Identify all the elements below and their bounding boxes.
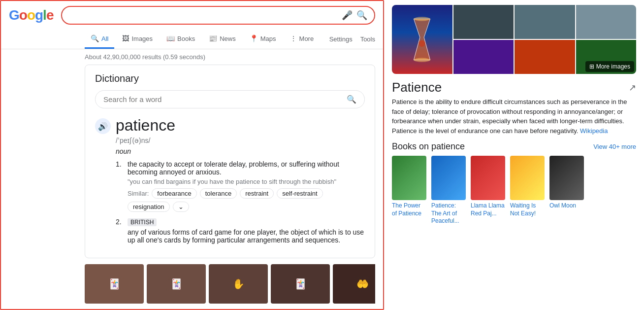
grid-img-1 [392,5,452,74]
search-input[interactable]: Patience [69,11,338,20]
tip-section: Tip patience is sometimes confused with … [85,308,375,310]
dictionary-search-button[interactable]: 🔍 [347,95,356,104]
right-images-grid: ⊞ More images [392,5,636,74]
tab-books[interactable]: 📖 Books [161,30,201,49]
def-example-1: "you can find bargains if you have the p… [128,178,365,185]
images-icon: 🖼 [122,34,129,42]
grid-img-5 [453,40,514,74]
books-title-text: Books on patience [392,141,465,152]
book-item-3[interactable]: Waiting Is Not Easy! [510,156,545,225]
definitions: 1. the capacity to accept or tolerate de… [116,160,365,244]
book-title-3: Waiting Is Not Easy! [510,202,545,217]
main-content: Dictionary 🔍 🔊 patience /ˈpeɪʃ(ə)ns/ nou… [1,65,383,310]
similar-tag-tolerance[interactable]: tolerance [200,188,237,199]
maps-icon: 📍 [250,34,258,42]
tab-books-label: Books [177,35,195,42]
word-entry: 🔊 patience [95,116,365,135]
tab-more-label: More [299,35,314,42]
tab-images-label: Images [131,35,153,42]
grid-img-2 [453,5,514,39]
speaker-icon[interactable]: 🔊 [95,118,111,134]
book-cover-4 [549,156,584,200]
more-images-label: More images [596,63,630,70]
def-number-2: 2. [116,218,124,244]
grid-img-4 [576,5,637,39]
tab-more[interactable]: ⋮ More [284,30,320,49]
tab-news[interactable]: 📰 News [203,30,242,49]
card-image-1: 🃏 [85,264,144,304]
dictionary-title: Dictionary [95,73,365,84]
book-item-2[interactable]: Llama Llama Red Paj... [471,156,505,225]
similar-label: Similar: [128,190,149,197]
all-icon: 🔍 [91,34,99,42]
book-title-1: Patience: The Art of Peaceful... [431,202,466,225]
results-info: About 42,90,00,000 results (0.59 seconds… [1,49,383,65]
view-more-link[interactable]: View 40+ more [593,143,636,150]
card-image-4: 🃏 [271,264,330,304]
settings-link[interactable]: Settings [329,35,353,43]
similar-more-btn[interactable]: ⌄ [173,202,189,212]
svg-point-1 [414,58,430,62]
dictionary-search-box: 🔍 [95,90,365,108]
tab-maps[interactable]: 📍 Maps [244,30,282,49]
card-image-3: ✋ [209,264,268,304]
def-content-1: the capacity to accept or tolerate delay… [128,160,365,212]
grid-img-3 [515,5,575,39]
header: Google Patience 🎤 🔍 [1,1,383,30]
right-title-text: Patience [392,80,442,95]
books-section-title: Books on patience View 40+ more [392,141,636,152]
def-number-1: 1. [116,160,124,212]
def-content-2: BRITISH any of various forms of card gam… [128,218,365,244]
phonetic: /ˈpeɪʃ(ə)ns/ [116,137,365,144]
dictionary-search-input[interactable] [103,95,347,103]
book-title-2: Llama Llama Red Paj... [471,202,505,217]
tab-news-label: News [220,35,236,42]
search-button[interactable]: 🔍 [356,10,367,21]
news-icon: 📰 [209,34,217,42]
book-cover-0 [392,156,426,200]
right-description: Patience is the ability to endure diffic… [392,97,636,136]
right-title: Patience ↗ [392,80,636,95]
book-cover-1 [431,156,466,200]
tab-all[interactable]: 🔍 All [85,30,114,49]
definition-2: 2. BRITISH any of various forms of card … [116,218,365,244]
google-logo: Google [9,7,53,23]
dictionary-card: Dictionary 🔍 🔊 patience /ˈpeɪʃ(ə)ns/ nou… [85,65,375,258]
card-image-2: 🃏 [147,264,206,304]
similar-tag-forbearance[interactable]: forbearance [152,188,196,199]
book-title-0: The Power of Patience [392,202,426,217]
similar-tag-self-restraint[interactable]: self-restraint [277,188,323,199]
british-badge: BRITISH [128,218,157,226]
grid-img-6 [515,40,575,74]
book-item-1[interactable]: Patience: The Art of Peaceful... [431,156,466,225]
nav-tabs: 🔍 All 🖼 Images 📖 Books 📰 News 📍 Maps ⋮ M… [1,30,383,49]
tab-images[interactable]: 🖼 Images [116,30,159,49]
more-icon: ⋮ [290,34,297,42]
nav-right: Settings Tools [329,35,375,43]
part-of-speech: noun [116,147,365,155]
similar-tag-resignation[interactable]: resignation [128,202,170,212]
books-grid: The Power of Patience Patience: The Art … [392,156,636,225]
more-images-button[interactable]: ⊞ More images [585,61,634,72]
tab-maps-label: Maps [260,35,276,42]
book-item-4[interactable]: Owl Moon [549,156,584,225]
book-cover-2 [471,156,505,200]
mic-icon[interactable]: 🎤 [342,10,353,21]
wikipedia-link[interactable]: Wikipedia [580,127,608,135]
svg-point-2 [419,40,425,47]
images-strip: 🃏 🃏 ✋ 🃏 🤲 [85,264,375,304]
tools-link[interactable]: Tools [360,35,375,43]
right-panel: ⊞ More images Patience ↗ Patience is the… [384,0,644,310]
definition-1: 1. the capacity to accept or tolerate de… [116,160,365,212]
def-text-2: any of various forms of card game for on… [128,228,365,244]
books-icon: 📖 [166,34,175,42]
svg-point-0 [414,17,430,21]
word-text: patience [116,116,175,135]
def-text-1: the capacity to accept or tolerate delay… [128,160,365,176]
share-icon[interactable]: ↗ [629,82,636,93]
book-cover-3 [510,156,545,200]
similar-tag-restraint[interactable]: restraint [240,188,274,199]
card-image-5: 🤲 [333,264,375,304]
tab-all-label: All [101,35,108,42]
book-item-0[interactable]: The Power of Patience [392,156,426,225]
